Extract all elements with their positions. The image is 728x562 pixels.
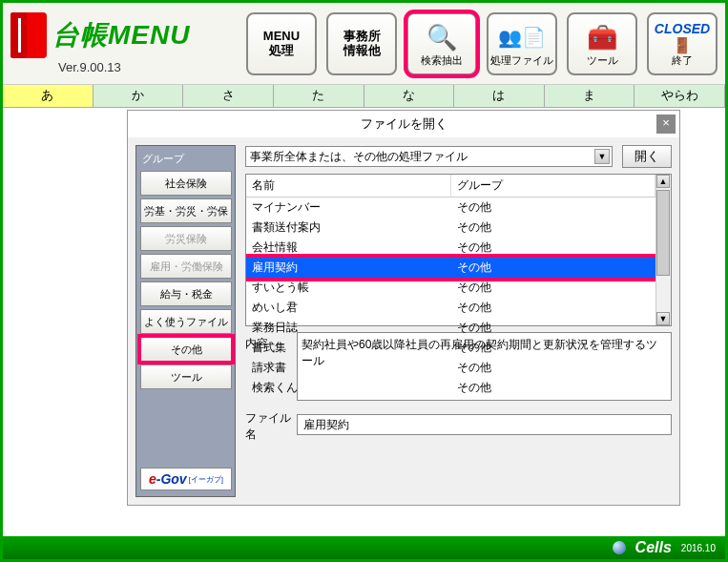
group-btn-rousai: 労災保険 (140, 226, 232, 251)
dialog-body: グループ 社会保険 労基・労災・労保 労災保険 雇用・労働保険 給与・税金 よく… (128, 137, 679, 505)
list-item[interactable]: 請求書その他 (246, 358, 655, 378)
list-item[interactable]: 会社情報その他 (246, 238, 655, 258)
menu-button-search[interactable]: 🔍 検索抽出 (406, 12, 477, 75)
scope-dropdown[interactable]: 事業所全体または、その他の処理ファイル ▼ (245, 146, 613, 167)
label: 処理ファイル (490, 54, 553, 66)
label: 検索抽出 (421, 54, 463, 66)
footer: Cells 2016.10 (3, 536, 725, 559)
globe-icon (613, 541, 626, 554)
kana-tab-a[interactable]: あ (3, 85, 94, 107)
open-file-dialog: ファイルを開く × グループ 社会保険 労基・労災・労保 労災保険 雇用・労働保… (127, 110, 680, 506)
egov-button[interactable]: e-Gov [イーガブ] (140, 468, 232, 490)
list-item-selected[interactable]: 雇用契約その他 (246, 258, 655, 278)
app-title: 台帳MENU (52, 17, 190, 53)
group-panel-title: グループ (140, 152, 231, 166)
dialog-title-text: ファイルを開く (361, 116, 447, 131)
col-name[interactable]: 名前 (246, 175, 451, 197)
dropdown-value: 事業所全体または、その他の処理ファイル (250, 149, 468, 165)
list-item[interactable]: めいし君その他 (246, 298, 655, 318)
scrollbar[interactable]: ▲ ▼ (655, 175, 671, 325)
kana-tab-yarawa[interactable]: やらわ (634, 85, 725, 107)
file-list: 名前 グループ マイナンバーその他 書類送付案内その他 会社情報その他 雇用契約… (245, 174, 672, 326)
ledger-icon (10, 12, 47, 58)
label: 終了 (672, 54, 693, 66)
group-btn-koyou: 雇用・労働保険 (140, 254, 232, 279)
group-btn-kyuyo[interactable]: 給与・税金 (140, 281, 232, 306)
kana-tab-ka[interactable]: か (94, 85, 184, 107)
logo-section: 台帳MENU Ver.9.00.13 (10, 12, 190, 74)
list-item[interactable]: 業務日誌その他 (246, 318, 655, 338)
scroll-down-icon[interactable]: ▼ (656, 312, 670, 325)
scroll-up-icon[interactable]: ▲ (656, 175, 670, 188)
chevron-down-icon: ▼ (594, 149, 610, 164)
person-file-icon: 👥📄 (498, 20, 546, 54)
footer-date: 2016.10 (681, 543, 716, 553)
list-header: 名前 グループ (246, 175, 655, 198)
menu-button-tools[interactable]: 🧰 ツール (567, 12, 637, 75)
group-btn-rouki[interactable]: 労基・労災・労保 (140, 198, 232, 223)
menu-button-exit[interactable]: CLOSED 🚪 終了 (647, 12, 718, 75)
list-body: マイナンバーその他 書類送付案内その他 会社情報その他 雇用契約その他 すいとう… (246, 198, 655, 398)
open-button[interactable]: 開く (622, 145, 672, 168)
main-area: ファイルを開く × グループ 社会保険 労基・労災・労保 労災保険 雇用・労働保… (3, 108, 725, 536)
filename-input[interactable]: 雇用契約 (297, 414, 672, 435)
dialog-title: ファイルを開く × (128, 111, 679, 137)
kana-tab-ma[interactable]: ま (545, 85, 635, 107)
menu-button-process[interactable]: MENU処理 (246, 12, 317, 75)
app-window: 台帳MENU Ver.9.00.13 MENU処理 事務所情報他 🔍 検索抽出 … (0, 0, 728, 562)
menu-button-process-file[interactable]: 👥📄 処理ファイル (487, 12, 557, 75)
header: 台帳MENU Ver.9.00.13 MENU処理 事務所情報他 🔍 検索抽出 … (3, 3, 725, 85)
list-item[interactable]: 書式集その他 (246, 338, 655, 358)
scrollbar-thumb[interactable] (656, 190, 670, 276)
version-label: Ver.9.00.13 (58, 60, 121, 74)
kana-tabs: あ か さ た な は ま やらわ (3, 85, 725, 108)
list-item[interactable]: 検索くんその他 (246, 378, 655, 398)
magnifier-icon: 🔍 (426, 20, 457, 54)
menu-buttons: MENU処理 事務所情報他 🔍 検索抽出 👥📄 処理ファイル 🧰 ツール CLO… (246, 12, 718, 75)
label: ツール (587, 54, 618, 66)
kana-tab-na[interactable]: な (364, 85, 455, 107)
list-item[interactable]: マイナンバーその他 (246, 198, 655, 218)
label: 事務所情報他 (343, 30, 381, 57)
group-btn-tools[interactable]: ツール (140, 364, 232, 389)
filename-label: ファイル名 (245, 406, 291, 443)
label: MENU処理 (263, 30, 300, 57)
close-icon[interactable]: × (656, 114, 676, 134)
closed-icon: CLOSED (655, 21, 710, 36)
list-item[interactable]: 書類送付案内その他 (246, 218, 655, 238)
door-icon: 🚪 (673, 36, 692, 54)
toolbox-icon: 🧰 (587, 20, 617, 54)
group-panel: グループ 社会保険 労基・労災・労保 労災保険 雇用・労働保険 給与・税金 よく… (135, 145, 236, 497)
group-btn-shakai[interactable]: 社会保険 (140, 171, 232, 196)
right-panel: 事業所全体または、その他の処理ファイル ▼ 開く 名前 グループ (245, 145, 672, 497)
list-item[interactable]: すいとう帳その他 (246, 278, 655, 298)
kana-tab-ha[interactable]: は (454, 85, 545, 107)
brand-label: Cells (635, 539, 672, 556)
kana-tab-ta[interactable]: た (274, 85, 364, 107)
col-group[interactable]: グループ (451, 175, 656, 197)
kana-tab-sa[interactable]: さ (183, 85, 274, 107)
group-btn-other[interactable]: その他 (140, 337, 232, 362)
egov-sub: [イーガブ] (189, 474, 223, 485)
menu-button-office-info[interactable]: 事務所情報他 (326, 12, 397, 75)
group-btn-frequent[interactable]: よく使うファイル (140, 309, 232, 334)
